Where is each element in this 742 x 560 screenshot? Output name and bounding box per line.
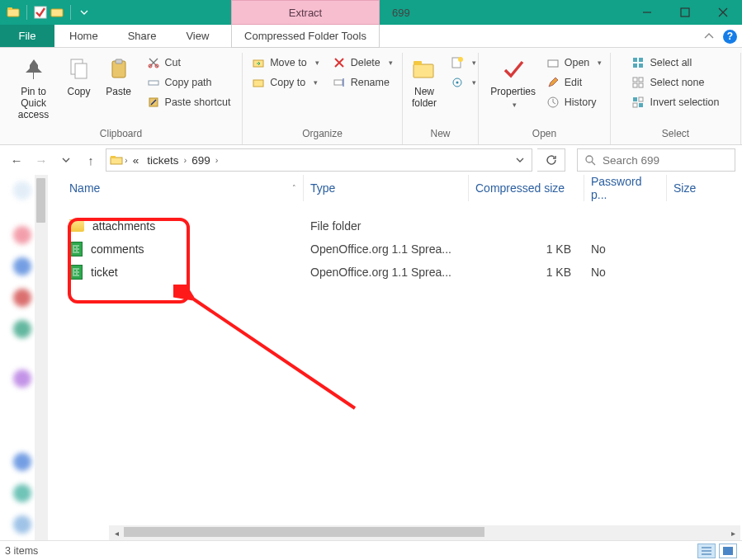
details-view-button[interactable] <box>697 544 716 558</box>
search-input[interactable] <box>603 154 728 167</box>
contextual-tab-header: Extract <box>231 0 380 25</box>
open-button[interactable]: Open▾ <box>543 54 606 71</box>
back-button[interactable]: ← <box>7 150 26 170</box>
file-row[interactable]: ticket OpenOffice.org 1.1 Sprea... 1 KB … <box>63 261 742 284</box>
tab-home[interactable]: Home <box>54 25 113 47</box>
svg-point-40 <box>586 156 593 162</box>
shortcut-icon <box>147 96 160 109</box>
ribbon-tabs: File Home Share View Compressed Folder T… <box>0 25 742 48</box>
new-item-button[interactable]: ▾ <box>447 54 480 71</box>
paste-shortcut-button[interactable]: Paste shortcut <box>144 94 234 111</box>
address-dropdown-button[interactable] <box>512 150 528 170</box>
delete-button[interactable]: Delete▾ <box>329 54 396 71</box>
sidebar-scrollbar[interactable] <box>35 175 48 540</box>
scroll-left-button[interactable]: ◂ <box>109 525 124 540</box>
svg-rect-3 <box>51 9 63 16</box>
thumbnails-view-button[interactable] <box>719 544 737 558</box>
copy-to-icon <box>252 76 265 89</box>
cut-button[interactable]: Cut <box>144 54 234 71</box>
move-to-button[interactable]: Move to▾ <box>248 54 322 71</box>
svg-rect-18 <box>414 64 433 78</box>
tab-file[interactable]: File <box>0 25 54 47</box>
chevron-right-icon[interactable]: › <box>183 155 187 165</box>
invert-selection-button[interactable]: Invert selection <box>628 94 722 111</box>
paste-button[interactable]: Paste <box>99 53 139 97</box>
tab-compressed-folder-tools[interactable]: Compressed Folder Tools <box>231 25 380 48</box>
column-headers: Name˄ Type Compressed size Password p...… <box>48 175 742 201</box>
horizontal-scrollbar[interactable]: ◂ ▸ <box>109 525 740 540</box>
svg-rect-38 <box>111 158 122 164</box>
help-icon[interactable]: ? <box>723 30 737 44</box>
file-row[interactable]: attachments File folder <box>63 214 742 238</box>
history-icon <box>546 96 560 109</box>
svg-rect-15 <box>253 80 263 87</box>
column-size[interactable]: Size <box>667 175 716 201</box>
column-password[interactable]: Password p... <box>584 175 667 201</box>
edit-button[interactable]: Edit <box>543 74 606 91</box>
chevron-down-icon: ▾ <box>598 59 602 67</box>
ribbon-group-clipboard: Pin to Quick access Copy Paste Cut Copy … <box>0 53 243 144</box>
pin-icon <box>21 56 47 82</box>
paste-icon <box>106 56 132 82</box>
pin-to-quick-access-button[interactable]: Pin to Quick access <box>8 53 59 120</box>
svg-rect-34 <box>633 97 637 101</box>
group-label-open: Open <box>532 128 556 143</box>
copy-path-button[interactable]: Copy path <box>144 74 234 91</box>
tab-view[interactable]: View <box>171 25 224 47</box>
close-button[interactable] <box>704 0 742 25</box>
invert-icon <box>631 96 645 109</box>
history-button[interactable]: History <box>543 94 606 111</box>
svg-point-21 <box>458 57 463 62</box>
pin-label: Pin to Quick access <box>8 86 59 120</box>
breadcrumb-tickets[interactable]: tickets <box>144 154 182 167</box>
path-icon <box>147 76 160 89</box>
easy-access-button[interactable]: ▾ <box>447 74 480 91</box>
forward-button[interactable]: → <box>31 150 51 170</box>
check-icon[interactable] <box>34 6 47 19</box>
up-button[interactable]: ↑ <box>81 150 101 170</box>
breadcrumb-699[interactable]: 699 <box>188 154 214 167</box>
maximize-button[interactable] <box>666 0 704 25</box>
svg-rect-24 <box>548 60 558 67</box>
rename-button[interactable]: Rename <box>329 74 396 91</box>
svg-rect-9 <box>116 59 122 64</box>
search-box[interactable] <box>577 148 735 172</box>
chevron-right-icon[interactable]: › <box>215 155 219 165</box>
svg-rect-19 <box>414 61 422 65</box>
navigation-pane[interactable] <box>12 175 48 540</box>
svg-rect-0 <box>7 9 19 16</box>
new-folder-icon <box>411 56 437 82</box>
svg-rect-37 <box>639 103 643 107</box>
navigation-bar: ← → ↑ › « tickets › 699 › <box>0 145 742 175</box>
svg-point-23 <box>456 82 459 84</box>
tab-share[interactable]: Share <box>113 25 172 47</box>
file-row[interactable]: comments OpenOffice.org 1.1 Sprea... 1 K… <box>63 238 742 261</box>
address-bar[interactable]: › « tickets › 699 › <box>106 148 532 172</box>
recent-locations-button[interactable] <box>56 150 76 170</box>
select-none-button[interactable]: Select none <box>628 74 722 91</box>
scroll-right-button[interactable]: ▸ <box>725 525 740 540</box>
column-compressed-size[interactable]: Compressed size <box>469 175 584 201</box>
file-name: attachments <box>92 219 155 233</box>
svg-rect-7 <box>75 64 87 78</box>
pin-folder-icon[interactable] <box>50 6 64 19</box>
copy-to-button[interactable]: Copy to▾ <box>248 74 322 91</box>
file-type: OpenOffice.org 1.1 Sprea... <box>304 266 469 279</box>
select-all-button[interactable]: Select all <box>628 54 722 71</box>
minimize-button[interactable] <box>628 0 666 25</box>
collapse-ribbon-icon[interactable] <box>703 31 715 42</box>
chevron-right-icon[interactable]: › <box>125 155 128 165</box>
paste-label: Paste <box>106 86 131 97</box>
chevron-down-icon[interactable] <box>78 6 91 19</box>
column-type[interactable]: Type <box>304 175 469 201</box>
column-name[interactable]: Name˄ <box>63 175 304 201</box>
file-list-pane: Name˄ Type Compressed size Password p...… <box>48 175 742 540</box>
scissors-icon <box>147 56 160 69</box>
new-folder-button[interactable]: New folder <box>401 53 447 109</box>
refresh-button[interactable] <box>537 148 565 172</box>
breadcrumb-ellipsis[interactable]: « <box>130 154 143 167</box>
file-pw: No <box>584 242 667 256</box>
select-none-icon <box>631 76 645 89</box>
copy-button[interactable]: Copy <box>59 53 99 97</box>
properties-button[interactable]: Properties ▾ <box>484 53 543 109</box>
